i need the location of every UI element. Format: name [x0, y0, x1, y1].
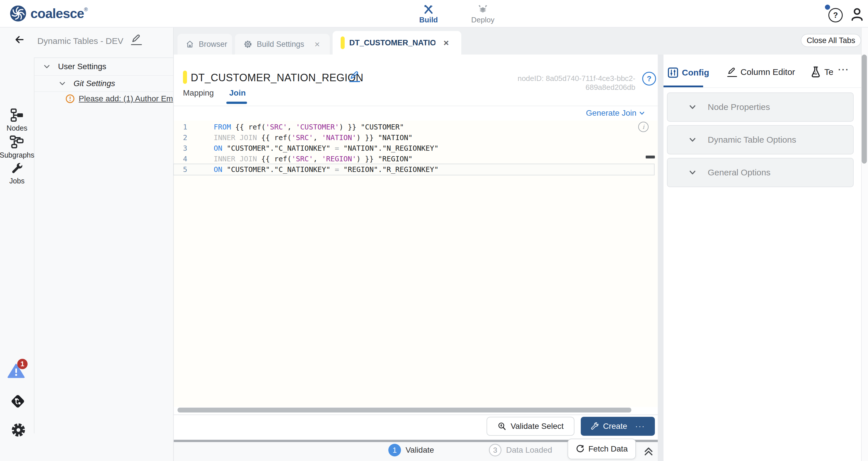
home-icon: [186, 40, 194, 48]
tab-build-settings-label: Build Settings: [257, 40, 304, 49]
subtab-active-indicator: [226, 102, 247, 104]
nav-deploy-label: Deploy: [471, 15, 495, 24]
node-type-color-marker: [341, 36, 345, 49]
back-arrow-icon[interactable]: [14, 34, 25, 45]
deploy-package-icon: [477, 3, 489, 15]
panel-tab-config[interactable]: Config: [668, 67, 709, 78]
tab-dt-label: DT_CUSTOMER_NATION_…: [349, 38, 435, 47]
config-sliders-icon: [668, 67, 678, 78]
tree-git-settings-label: Git Settings: [73, 79, 115, 88]
panel-tab-config-label: Config: [682, 68, 709, 77]
rail-item-alerts[interactable]: 1: [7, 363, 30, 382]
alerts-count-badge: 1: [17, 359, 28, 369]
close-tab-icon[interactable]: ×: [443, 38, 449, 47]
tab-build-settings[interactable]: Build Settings ×: [235, 34, 330, 55]
code-line[interactable]: 3ON "CUSTOMER"."C_NATIONKEY" = "NATION".…: [174, 143, 658, 154]
rail-item-subgraphs[interactable]: Subgraphs: [0, 134, 34, 159]
generate-join-dropdown[interactable]: Generate Join: [586, 108, 646, 118]
chevron-down-icon[interactable]: [59, 80, 66, 87]
line-number: 4: [174, 155, 187, 163]
tab-dt-customer-nation-region[interactable]: DT_CUSTOMER_NATION_… ×: [333, 31, 461, 55]
code-line[interactable]: 1FROM {{ ref('SRC', 'CUSTOMER') }} "CUST…: [174, 122, 658, 132]
config-panel: Config Column Editor Tes ··· Node: [663, 55, 861, 461]
panel-tab-column-editor[interactable]: Column Editor: [727, 67, 795, 77]
step-validate[interactable]: 1 Validate: [388, 444, 434, 456]
step-data-loaded-label: Data Loaded: [506, 446, 552, 455]
line-number: 5: [174, 165, 187, 174]
create-more-options[interactable]: ···: [636, 422, 645, 431]
subtab-mapping[interactable]: Mapping: [183, 89, 214, 98]
chevron-down-icon: [638, 109, 646, 117]
validate-select-button[interactable]: Validate Select: [487, 417, 575, 436]
create-wrench-icon: [590, 422, 599, 431]
tab-browser-label: Browser: [199, 40, 227, 49]
line-number: 3: [174, 144, 187, 153]
close-all-tabs-button[interactable]: Close All Tabs: [801, 34, 861, 47]
nav-build-label: Build: [420, 15, 438, 24]
git-icon[interactable]: [10, 394, 25, 409]
info-icon[interactable]: i: [638, 122, 649, 132]
sql-code-editor[interactable]: 1FROM {{ ref('SRC', 'CUSTOMER') }} "CUST…: [174, 121, 658, 407]
create-button[interactable]: Create ···: [581, 417, 655, 436]
code-line[interactable]: 4INNER JOIN {{ ref('SRC', 'REGION') }} "…: [174, 154, 658, 164]
code-text: ON "CUSTOMER"."C_NATIONKEY" = "REGION"."…: [187, 165, 439, 174]
subgraphs-icon: [9, 134, 25, 149]
tab-browser[interactable]: Browser: [178, 34, 232, 55]
tree-row-warning-link[interactable]: Please add: (1) Author Em: [34, 92, 173, 106]
accordion-dynamic-table-options[interactable]: Dynamic Table Options: [667, 125, 854, 155]
settings-gear-icon[interactable]: [11, 423, 26, 437]
user-account-icon[interactable]: [850, 7, 864, 22]
nav-deploy[interactable]: Deploy: [467, 2, 499, 25]
rail-jobs-label: Jobs: [9, 177, 25, 185]
panel-more-tabs-button[interactable]: ···: [838, 65, 849, 75]
vertical-scrollbar[interactable]: [862, 55, 867, 164]
accordion-node-properties-label: Node Properties: [708, 102, 770, 112]
panel-tab-test[interactable]: Tes: [810, 66, 833, 78]
jobs-wrench-icon: [10, 162, 24, 175]
rail-item-jobs[interactable]: Jobs: [0, 162, 34, 185]
fetch-data-button[interactable]: Fetch Data: [567, 439, 636, 459]
code-line[interactable]: 5ON "CUSTOMER"."C_NATIONKEY" = "REGION".…: [174, 164, 654, 175]
editor-overview-marker: [646, 156, 655, 159]
accordion-general-options[interactable]: General Options: [667, 158, 854, 187]
line-number: 1: [174, 123, 187, 131]
panel-tab-test-label: Tes: [824, 67, 833, 77]
node-title-edit-icon[interactable]: [349, 71, 360, 82]
accordion-general-options-label: General Options: [708, 168, 770, 177]
gear-icon: [244, 40, 252, 48]
brand[interactable]: coalesce®: [10, 5, 88, 22]
tree-row-user-settings[interactable]: User Settings: [34, 58, 173, 76]
code-text: ON "CUSTOMER"."C_NATIONKEY" = "NATION"."…: [187, 144, 439, 153]
column-editor-pencil-icon: [727, 67, 737, 77]
rail-subgraphs-label: Subgraphs: [0, 151, 34, 159]
code-line[interactable]: 2INNER JOIN {{ ref('SRC', 'NATION') }} "…: [174, 132, 658, 143]
node-type-color-marker: [183, 71, 187, 84]
help-icon[interactable]: ?: [828, 8, 843, 22]
top-bar: coalesce® Build: [0, 0, 868, 28]
panel-divider[interactable]: [658, 55, 663, 461]
chevron-down-icon[interactable]: [43, 63, 51, 70]
node-help-icon[interactable]: ?: [642, 72, 656, 86]
nav-build[interactable]: Build: [414, 2, 443, 25]
accordion-node-properties[interactable]: Node Properties: [667, 92, 854, 122]
action-bar-divider: [174, 415, 658, 415]
panel-tab-column-editor-label: Column Editor: [741, 67, 795, 77]
step-number-badge: 1: [388, 444, 401, 456]
collapse-footer-icon[interactable]: [643, 444, 654, 458]
tree-row-git-settings[interactable]: Git Settings: [34, 76, 173, 92]
test-flask-icon: [810, 66, 822, 78]
code-lines: 1FROM {{ ref('SRC', 'CUSTOMER') }} "CUST…: [174, 121, 658, 175]
coalesce-logo-icon: [10, 5, 26, 22]
close-tab-icon[interactable]: ×: [314, 40, 320, 49]
horizontal-scrollbar[interactable]: [178, 407, 631, 413]
tree-user-settings-label: User Settings: [58, 62, 106, 71]
close-all-tabs-label: Close All Tabs: [807, 36, 855, 45]
step-data-loaded[interactable]: 3 Data Loaded: [489, 444, 552, 456]
help-glyph: ?: [833, 11, 838, 20]
rail-item-nodes[interactable]: Nodes: [0, 108, 34, 132]
accordion-dynamic-table-options-label: Dynamic Table Options: [708, 135, 796, 145]
subtab-join[interactable]: Join: [229, 89, 246, 98]
create-label: Create: [603, 422, 627, 431]
brand-registered-mark: ®: [84, 7, 88, 12]
workspace-edit-icon[interactable]: [131, 34, 142, 45]
